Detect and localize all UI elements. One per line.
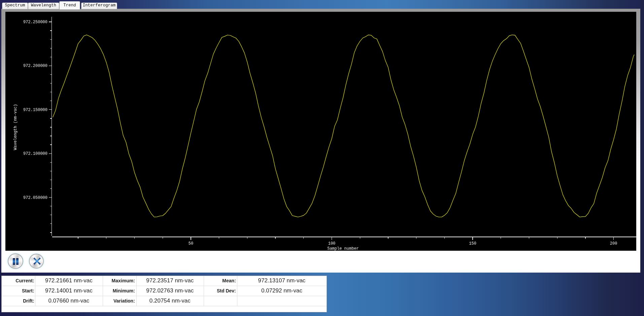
svg-text:100: 100	[328, 241, 336, 246]
svg-text:50: 50	[189, 241, 193, 246]
svg-text:972.050000: 972.050000	[23, 196, 47, 200]
svg-text:972.200000: 972.200000	[23, 64, 47, 68]
svg-text:200: 200	[610, 241, 617, 246]
svg-text:Sample number: Sample number	[327, 246, 359, 251]
svg-text:972.100000: 972.100000	[23, 151, 47, 156]
svg-text:Wavelength (nm-vac): Wavelength (nm-vac)	[13, 104, 18, 150]
svg-text:972.250000: 972.250000	[23, 20, 47, 25]
svg-text:150: 150	[469, 241, 476, 246]
svg-text:972.150000: 972.150000	[23, 108, 47, 112]
